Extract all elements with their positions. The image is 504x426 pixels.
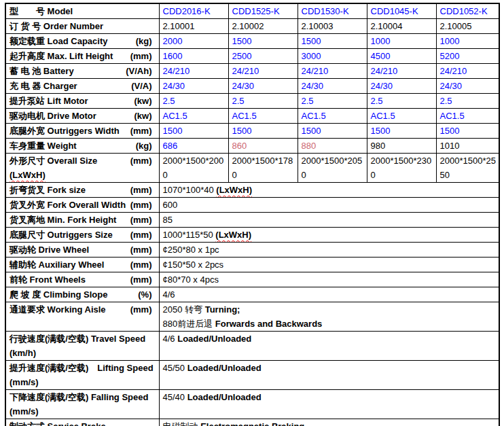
row-outriggers-width: 底腿外宽 Outriggers Width(mm) 1500 1500 1500… [5, 124, 499, 139]
value-cell: 1500 [159, 124, 228, 139]
value-cell: 2.10002 [228, 19, 298, 34]
row-label-cell: 辅助轮 Auxiliary Wheel(mm) [5, 258, 159, 272]
cell-value: 电磁制动 [163, 421, 201, 426]
merged-value-cell: 电磁制动 Electromagnetic Braking [159, 419, 499, 426]
cell-value: 1500 [232, 36, 252, 46]
row-drive-motor: 驱动电机 Drive Motor(kw) AC1.5 AC1.5 AC1.5 A… [5, 109, 499, 124]
value-cell: 5200 [436, 49, 499, 64]
value-cell: 2.10001 [159, 19, 228, 34]
row-label: 蓄 电 池 Battery [10, 64, 74, 78]
row-unit: (mm) [130, 213, 152, 227]
row-unit: (%) [138, 287, 151, 302]
row-weight: 车身重量 Weight(kg) 686 860 880 980 1010 [5, 139, 499, 154]
cell-value: 2.5 [302, 96, 314, 106]
cell-value: 2.10005 [440, 21, 472, 31]
value-cell: 2.5 [367, 94, 436, 109]
row-label-cell: 下降速度(满载/空载) Falling Speed(mm/s) [5, 390, 159, 419]
row-unit: (mm) [130, 183, 152, 197]
cell-value-annotation: (LxWxH) [215, 230, 251, 240]
cell-value: 1500 [371, 126, 391, 136]
cell-value: AC1.5 [440, 111, 465, 121]
cell-value: 2000*1500*1780 [232, 156, 293, 180]
model-name: CDD1045-K [371, 6, 418, 16]
row-label: 型 号 Model [10, 4, 73, 18]
model-name: CDD1530-K [302, 6, 349, 16]
row-label-cell: 前轮 Front Wheels(mm) [5, 272, 159, 287]
value-cell: 1010 [436, 139, 499, 154]
row-label: 外形尺寸 Overall Size (LxWxH) [10, 154, 130, 182]
value-cell: 1000 [367, 34, 436, 49]
value-cell: 2.5 [436, 94, 499, 109]
value-cell: 24/210 [367, 64, 436, 79]
cell-value: 4/6 [163, 334, 178, 344]
cell-value: 1600 [163, 51, 183, 61]
cell-value: 24/30 [440, 81, 463, 91]
cell-value: 1000*115*50 [163, 230, 216, 240]
row-unit: (mm) [130, 258, 152, 272]
value-cell: AC1.5 [436, 109, 499, 124]
cell-value: 686 [163, 141, 178, 151]
merged-value-cell: 600 [159, 198, 499, 213]
row-unit: (kg) [136, 34, 152, 48]
row-min-fork-height: 货叉离地 Min. Fork Height(mm) 85 [5, 213, 499, 228]
row-working-aisle: 通道要求 Working Aisle(mm) 2050 转弯 Turning; … [5, 302, 499, 332]
row-unit: (V/Ah) [126, 64, 151, 78]
row-label: 折弯货叉 Fork size [10, 183, 86, 197]
cell-value: ¢80*70 x 4pcs [163, 274, 219, 285]
cell-value: 24/30 [232, 81, 255, 91]
row-label: 驱动轮 Drive Wheel [10, 243, 89, 257]
value-cell: 24/210 [159, 64, 228, 79]
row-order-number: 订 货 号 Order Number 2.10001 2.10002 2.100… [5, 19, 499, 34]
cell-value: 1500 [302, 126, 321, 136]
row-label-cell: 型 号 Model [5, 3, 159, 19]
row-label: 制动方式 Service Brake [10, 419, 106, 426]
row-charger: 充 电 器 Charger(V/A) 24/30 24/30 24/30 24/… [5, 79, 499, 94]
row-label-cell: 驱动电机 Drive Motor(kw) [5, 109, 159, 124]
row-label: 前轮 Front Wheels [10, 272, 86, 287]
row-label: 订 货 号 Order Number [10, 19, 103, 33]
value-cell: 2.10004 [367, 19, 436, 34]
row-label-text: 外形尺寸 Overall Size [10, 156, 97, 166]
row-label: 提升泵站 Lift Motor [10, 94, 88, 108]
cell-value: 1500 [440, 126, 460, 136]
row-unit: (V/A) [131, 79, 151, 93]
value-cell: 24/30 [159, 79, 228, 94]
cell-value: 2.5 [440, 96, 452, 106]
cell-value: 24/210 [440, 66, 467, 76]
cell-value: 2000*1500*2300 [371, 156, 432, 180]
value-cell: 1500 [436, 124, 499, 139]
row-unit: (mm) [130, 228, 152, 242]
model-cell: CDD1045-K [367, 3, 436, 19]
value-cell: 1500 [228, 34, 298, 49]
row-label-cell: 制动方式 Service Brake [5, 419, 159, 426]
cell-value: 3000 [302, 51, 321, 61]
model-cell: CDD1530-K [298, 3, 367, 19]
cell-value: 880前进后退 [163, 319, 215, 329]
model-name: CDD2016-K [163, 6, 211, 16]
row-label: 货叉离地 Min. Fork Height [10, 213, 116, 227]
value-cell: 2000*1500*2000 [159, 154, 228, 183]
row-unit: (mm) [130, 243, 152, 257]
row-travel-speed: 行驶速度(满载/空载) Travel Speed(km/h) 4/6 Loade… [5, 332, 499, 361]
value-cell: 880 [298, 139, 367, 154]
merged-value-cell: ¢150*50 x 2pcs [159, 258, 499, 272]
row-label: 爬 坡 度 Climbing Slope [10, 287, 107, 302]
cell-value: 24/30 [302, 81, 324, 91]
row-label-cell: 通道要求 Working Aisle(mm) [5, 302, 159, 332]
spec-sheet-page: 型 号 Model CDD2016-K CDD1525-K CDD1530-K … [0, 0, 504, 426]
value-cell: 24/30 [228, 79, 298, 94]
value-cell: AC1.5 [367, 109, 436, 124]
value-cell: 1500 [298, 124, 367, 139]
cell-value: 1500 [302, 36, 321, 46]
row-overall-size: 外形尺寸 Overall Size (LxWxH)(mm) 2000*1500*… [5, 154, 499, 183]
row-fork-size: 折弯货叉 Fork size(mm) 1070*100*40 (LxWxH) [5, 183, 499, 198]
cell-value: 2.10002 [232, 21, 264, 31]
cell-value: 24/210 [302, 66, 329, 76]
row-front-wheels: 前轮 Front Wheels(mm) ¢80*70 x 4pcs [5, 272, 499, 287]
cell-value-en: Loaded/Unloaded [187, 392, 262, 402]
row-label-cell: 充 电 器 Charger(V/A) [5, 79, 159, 94]
row-label: 充 电 器 Charger [10, 79, 77, 93]
cell-value: 860 [232, 141, 247, 151]
row-unit: (mm) [130, 302, 152, 317]
merged-value-cell: 4/6 [159, 287, 499, 302]
